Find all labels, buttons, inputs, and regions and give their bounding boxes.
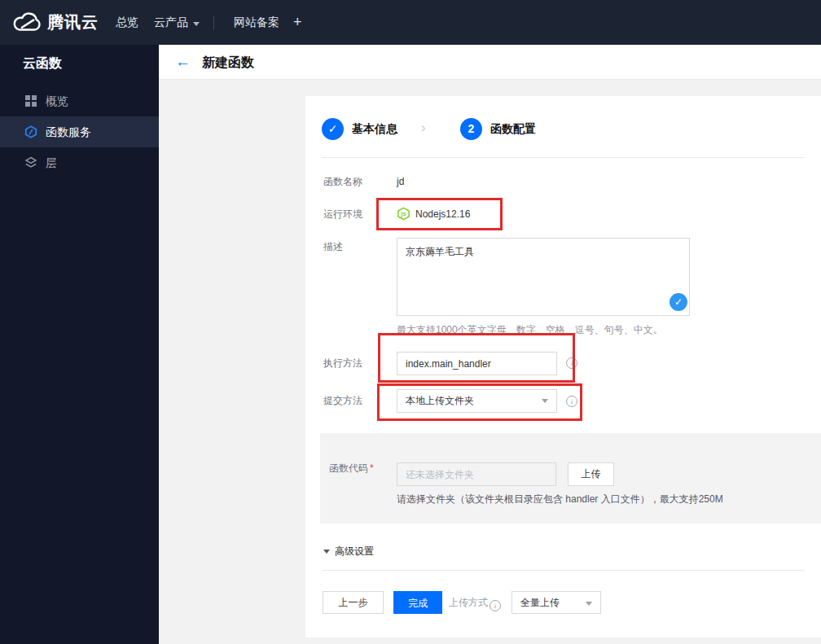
- finish-button[interactable]: 完成: [393, 591, 442, 614]
- runtime-label: 运行环境: [323, 208, 362, 221]
- function-name-value: jd: [397, 175, 404, 188]
- sidebar-title: 云函数: [23, 55, 62, 72]
- submit-method-info-icon[interactable]: i: [566, 396, 577, 407]
- runtime-value: Nodejs12.16: [415, 208, 470, 221]
- page-header: ← 新建函数: [159, 45, 821, 80]
- tencent-cloud-logo-icon[interactable]: [12, 11, 43, 34]
- sidebar-item-label: 层: [46, 147, 57, 178]
- triangle-down-icon: [323, 550, 330, 554]
- upload-mode-select[interactable]: 全量上传: [511, 591, 601, 614]
- topnav-divider: [213, 15, 214, 29]
- sidebar-item-label: 概览: [46, 85, 68, 116]
- page-title: 新建函数: [202, 45, 254, 80]
- handler-info-icon[interactable]: i: [566, 357, 577, 369]
- sidebar-item-label: 函数服务: [46, 116, 91, 147]
- function-name-label: 函数名称: [323, 175, 362, 188]
- nodejs-icon: js: [397, 207, 410, 221]
- brand-name[interactable]: 腾讯云: [47, 0, 99, 45]
- upload-button[interactable]: 上传: [568, 462, 614, 486]
- handler-label: 执行方法: [323, 357, 362, 370]
- chevron-down-icon: [586, 602, 592, 606]
- topnav-add-button[interactable]: +: [293, 0, 302, 45]
- submit-method-select[interactable]: 本地上传文件夹: [397, 389, 557, 413]
- sidebar-item-layers[interactable]: 层: [0, 147, 159, 178]
- sidebar-item-overview[interactable]: 概览: [0, 85, 159, 116]
- function-code-label: 函数代码*: [329, 462, 374, 475]
- topnav-beian[interactable]: 网站备案: [234, 0, 279, 45]
- steps-divider: [322, 157, 805, 158]
- topnav-overview[interactable]: 总览: [116, 0, 138, 45]
- description-textarea[interactable]: 京东薅羊毛工具: [397, 238, 690, 316]
- create-function-card: ✓ 基本信息 › 2 函数配置 函数名称 jd 运行环境 js Nodejs12…: [305, 96, 821, 637]
- upload-mode-value: 全量上传: [520, 592, 560, 614]
- topnav-products[interactable]: 云产品: [154, 0, 200, 45]
- function-code-hint: 请选择文件夹（该文件夹根目录应包含 handler 入口文件），最大支持250M: [397, 493, 804, 506]
- handler-input[interactable]: [397, 352, 557, 375]
- chevron-down-icon: [542, 399, 548, 403]
- back-button[interactable]: ←: [175, 45, 191, 80]
- step-1-done-icon: ✓: [322, 118, 344, 140]
- submit-method-label: 提交方法: [323, 394, 362, 407]
- advanced-settings-toggle[interactable]: 高级设置: [323, 545, 374, 558]
- previous-step-button[interactable]: 上一步: [323, 591, 384, 614]
- description-label: 描述: [323, 240, 343, 253]
- footer-divider: [322, 570, 805, 571]
- sidebar-item-function-service[interactable]: 函数服务: [0, 116, 159, 147]
- required-asterisk: *: [370, 462, 374, 474]
- layers-icon: [24, 156, 37, 169]
- submit-method-value: 本地上传文件夹: [406, 390, 474, 412]
- upload-mode-label: 上传方式i: [449, 596, 501, 609]
- step-1-label: 基本信息: [352, 122, 397, 137]
- folder-path-input[interactable]: [397, 462, 556, 486]
- grid-icon: [24, 94, 37, 107]
- chevron-down-icon: [193, 22, 200, 26]
- description-hint: 最大支持1000个英文字母、数字、空格、逗号、句号、中文。: [397, 323, 755, 336]
- validation-check-icon: ✓: [670, 293, 687, 311]
- top-navigation-bar: 腾讯云 总览 云产品 网站备案 +: [0, 0, 821, 45]
- step-2-label: 函数配置: [490, 122, 536, 137]
- step-separator-chevron-icon: ›: [421, 120, 426, 136]
- step-2-number: 2: [460, 118, 482, 140]
- svg-text:js: js: [400, 210, 406, 217]
- function-hexagon-icon: [24, 125, 37, 138]
- sidebar: 云函数 概览 函数服务 层: [0, 45, 159, 644]
- upload-mode-info-icon[interactable]: i: [490, 600, 501, 611]
